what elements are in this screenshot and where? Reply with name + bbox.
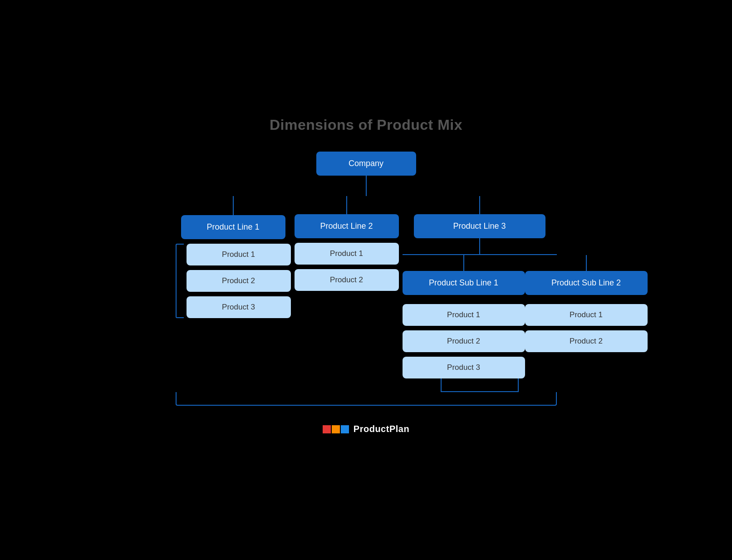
diagram-title: Dimensions of Product Mix [121, 117, 611, 133]
tree-wrapper: Company Product Line 1 Product 1 [121, 152, 611, 406]
sub-line-1-col: Product Sub Line 1 Product 1 Product 2 P… [403, 255, 525, 378]
line-to-pl2 [346, 196, 347, 214]
product-line-2-node: Product Line 2 [295, 214, 399, 238]
sub-lines-row: Product Sub Line 1 Product 1 Product 2 P… [403, 255, 557, 378]
diagram-container: Dimensions of Product Mix Company Produc… [94, 98, 639, 462]
bracket-left-icon [176, 244, 184, 318]
sub-line-1-node: Product Sub Line 1 [403, 271, 525, 295]
sl2-products: Product 1 Product 2 [525, 304, 648, 352]
pl2-products: Product 1 Product 2 [295, 243, 399, 291]
logo-square-red [323, 425, 331, 433]
logo-row: ProductPlan [121, 424, 611, 434]
line-to-sl2 [586, 255, 587, 271]
sl2-product-2: Product 2 [525, 330, 648, 352]
sub-line-2-node: Product Sub Line 2 [525, 271, 648, 295]
sub-line-2-col: Product Sub Line 2 Product 1 Product 2 [525, 255, 648, 352]
bottom-bracket-all [176, 392, 557, 406]
pl1-column: Product Line 1 Product 1 Product 2 Produ… [176, 196, 291, 318]
line-to-pl3 [479, 196, 480, 214]
sl1-products: Product 1 Product 2 Product 3 [403, 304, 525, 378]
logo-square-orange [332, 425, 340, 433]
line-to-pl1 [233, 197, 234, 215]
sl1-product-3: Product 3 [403, 357, 525, 378]
bottom-bracket-sublines [403, 378, 557, 392]
logo-squares [323, 425, 349, 433]
logo-text: ProductPlan [354, 424, 409, 434]
pl1-product-1: Product 1 [187, 244, 291, 265]
company-row: Company [316, 152, 416, 176]
pl2-product-2: Product 2 [295, 269, 399, 291]
product-line-3-node: Product Line 3 [414, 214, 545, 238]
line-company-down [366, 176, 367, 196]
pl1-products-bracket: Product 1 Product 2 Product 3 [176, 244, 291, 318]
pl1-products: Product 1 Product 2 Product 3 [187, 244, 291, 318]
sl1-product-1: Product 1 [403, 304, 525, 326]
line-to-sl1 [463, 255, 464, 271]
product-line-1-node: Product Line 1 [181, 215, 285, 239]
sl1-product-2: Product 2 [403, 330, 525, 352]
pl1-product-2: Product 2 [187, 270, 291, 292]
pl1-product-3: Product 3 [187, 296, 291, 318]
logo-square-blue [341, 425, 349, 433]
pl2-product-1: Product 1 [295, 243, 399, 265]
pl2-column: Product Line 2 Product 1 Product 2 [295, 196, 399, 291]
sl2-product-1: Product 1 [525, 304, 648, 326]
line-pl3-down [479, 238, 480, 254]
company-node: Company [316, 152, 416, 176]
product-lines-container: Product Line 1 Product 1 Product 2 Produ… [176, 196, 557, 392]
pl3-column: Product Line 3 Product Sub Line 1 [403, 196, 557, 392]
